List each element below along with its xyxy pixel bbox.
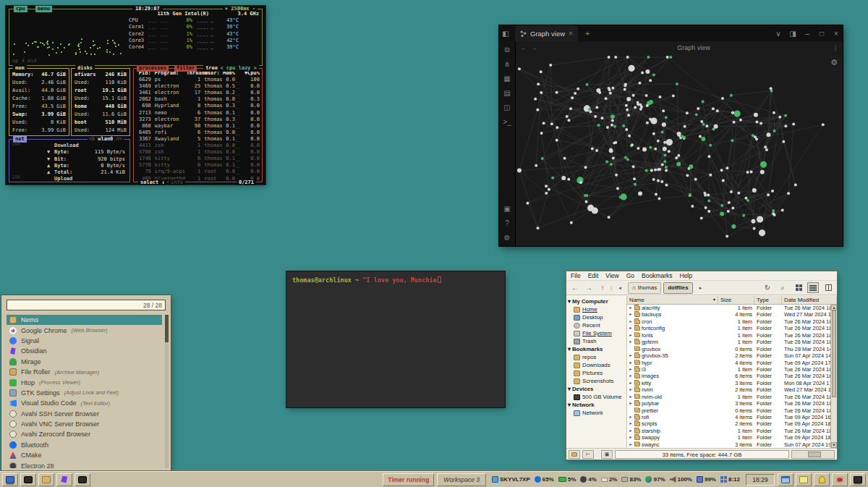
forward-button[interactable]: →	[583, 282, 595, 293]
sidebar-section-header[interactable]: ▾ Bookmarks	[566, 345, 626, 353]
launcher-item-signal[interactable]: Signal	[7, 336, 162, 346]
launcher-item-mirage[interactable]: Mirage	[7, 357, 162, 367]
graph-node[interactable]	[597, 124, 600, 127]
graph-node[interactable]	[781, 208, 784, 211]
graph-node[interactable]	[611, 87, 614, 90]
graph-node[interactable]	[608, 216, 610, 219]
graph-node[interactable]	[611, 119, 614, 122]
graph-node[interactable]	[707, 199, 710, 202]
graph-node[interactable]	[566, 115, 569, 118]
graph-node[interactable]	[714, 124, 718, 129]
graph-node[interactable]	[657, 179, 660, 182]
reload-icon[interactable]: ↻	[762, 282, 773, 293]
more-options-icon[interactable]: ⋮	[828, 44, 843, 51]
graph-node[interactable]	[534, 98, 537, 101]
tab-graph-view[interactable]: Graph view ×	[515, 25, 578, 41]
graph-node[interactable]	[730, 190, 733, 193]
graph-node[interactable]	[540, 132, 543, 135]
file-row[interactable]: ▸gruvbox-952 itemsFolderSun 07 Apr 2024 …	[627, 352, 837, 359]
graph-node[interactable]	[746, 171, 749, 174]
side-pane-places-button[interactable]	[569, 450, 580, 459]
graph-node[interactable]	[767, 132, 771, 137]
graph-node[interactable]	[517, 169, 522, 173]
graph-node[interactable]	[731, 224, 736, 229]
graph-node[interactable]	[639, 103, 642, 106]
scroll-thumb[interactable]	[832, 310, 836, 397]
process-row[interactable]: 3273electron37thomas0.3⣀⡀0.0	[134, 117, 262, 123]
graph-node[interactable]	[663, 160, 666, 163]
graph-node[interactable]	[632, 165, 635, 168]
graph-node[interactable]	[707, 210, 710, 213]
tray-globe[interactable]: 97%	[645, 476, 665, 483]
sidebar-item-home[interactable]: Home	[566, 305, 626, 313]
file-row[interactable]: ▸swappy1 itemFolderTue 09 Apr 2024 18:14…	[627, 434, 837, 441]
terminal-window[interactable]: thomas@archlinux ~ "I love you, Munchie	[286, 271, 505, 407]
graph-node[interactable]	[584, 194, 587, 197]
graph-node[interactable]	[548, 188, 550, 191]
show-hidden-button[interactable]: ▣	[601, 450, 613, 459]
process-row[interactable]: 698Hyprland8thomas0.3⣀⡀0.0	[134, 103, 262, 109]
graph-canvas[interactable]: ⚙	[516, 54, 843, 246]
sidebar-toggle-icon[interactable]: ◧	[499, 30, 512, 38]
process-row[interactable]: 79irq/9-acpi1root0.0⣀⡀0.0	[134, 169, 262, 175]
file-row[interactable]: ▸cron1 itemFolderTue 26 Mar 2024 18:04:0…	[627, 318, 837, 325]
graph-node[interactable]	[744, 197, 747, 200]
graph-node[interactable]	[526, 202, 529, 205]
graph-node[interactable]	[654, 169, 657, 171]
graph-node[interactable]	[540, 91, 542, 94]
minimize-button[interactable]: –	[801, 30, 814, 38]
graph-node[interactable]	[689, 164, 693, 169]
graph-node[interactable]	[754, 113, 758, 117]
new-tab-icon[interactable]: +	[585, 29, 590, 38]
process-row[interactable]: 3367Xwayland5thomas0.1⣀⡀0.0	[134, 136, 262, 143]
graph-node[interactable]	[676, 82, 678, 85]
settings-icon[interactable]: ⚙	[501, 234, 513, 242]
graph-node[interactable]	[627, 114, 630, 117]
calendar-icon[interactable]: ▤	[501, 89, 513, 97]
graph-node[interactable]	[647, 56, 650, 59]
graph-node[interactable]	[537, 82, 540, 85]
graph-node[interactable]	[728, 201, 731, 204]
launcher-scrollbar[interactable]	[165, 315, 169, 468]
graph-node[interactable]	[645, 69, 650, 74]
graph-node[interactable]	[782, 140, 785, 143]
process-row[interactable]: 868waybar98thomas0.1⣀⡀0.0	[134, 123, 262, 130]
tray-battery[interactable]: 5%	[558, 476, 576, 483]
sidebar-item-screenshots[interactable]: Screenshots	[566, 377, 626, 385]
graph-node[interactable]	[702, 100, 705, 103]
graph-node[interactable]	[705, 124, 708, 127]
breadcrumb-home[interactable]: ⌂thomas	[628, 282, 661, 294]
menu-edit[interactable]: Edit	[588, 272, 599, 279]
graph-node[interactable]	[663, 153, 666, 156]
sidebar-item-pictures[interactable]: Pictures	[566, 369, 626, 377]
launcher-item-avahi-zeroconf-browser[interactable]: Avahi Zeroconf Browser	[7, 429, 162, 439]
graph-node[interactable]	[632, 94, 635, 97]
graph-node[interactable]	[596, 88, 600, 93]
file-row[interactable]: ▸hypr4 itemsFolderTue 09 Apr 2024 17:22:…	[627, 360, 837, 366]
sidebar-section-header[interactable]: ▾ My Computer	[566, 297, 626, 305]
graph-node[interactable]	[639, 82, 642, 85]
file-row[interactable]: gruvbox0 itemsFolderThu 28 Mar 2024 14:3…	[627, 346, 837, 352]
column-size[interactable]: Size	[718, 296, 754, 304]
graph-node[interactable]	[545, 185, 548, 187]
up-button[interactable]: ↑	[597, 282, 608, 293]
taskbar-clock[interactable]: 18:29	[746, 474, 775, 486]
graph-node[interactable]	[757, 216, 763, 223]
graph-node[interactable]	[634, 106, 637, 109]
tray-ram[interactable]: 2%	[601, 476, 618, 483]
tray-grid[interactable]: 8:12	[720, 476, 740, 483]
graph-node[interactable]	[609, 148, 613, 153]
graph-node[interactable]	[689, 193, 692, 196]
graph-node[interactable]	[731, 111, 734, 114]
graph-node[interactable]	[588, 108, 591, 111]
graph-node[interactable]	[637, 147, 639, 150]
right-sidebar-icon[interactable]: ◨	[786, 30, 799, 38]
graph-node[interactable]	[569, 107, 572, 110]
graph-node[interactable]	[652, 132, 655, 135]
file-row[interactable]: ▸i31 itemFolderTue 26 Mar 2024 18:04:02 …	[627, 366, 837, 373]
close-button[interactable]: ×	[830, 30, 843, 38]
graph-node[interactable]	[584, 166, 587, 169]
graph-node[interactable]	[661, 130, 664, 133]
timer-button[interactable]: Timer running	[383, 473, 434, 486]
breadcrumb-scroll-left[interactable]: ◂	[614, 282, 626, 293]
